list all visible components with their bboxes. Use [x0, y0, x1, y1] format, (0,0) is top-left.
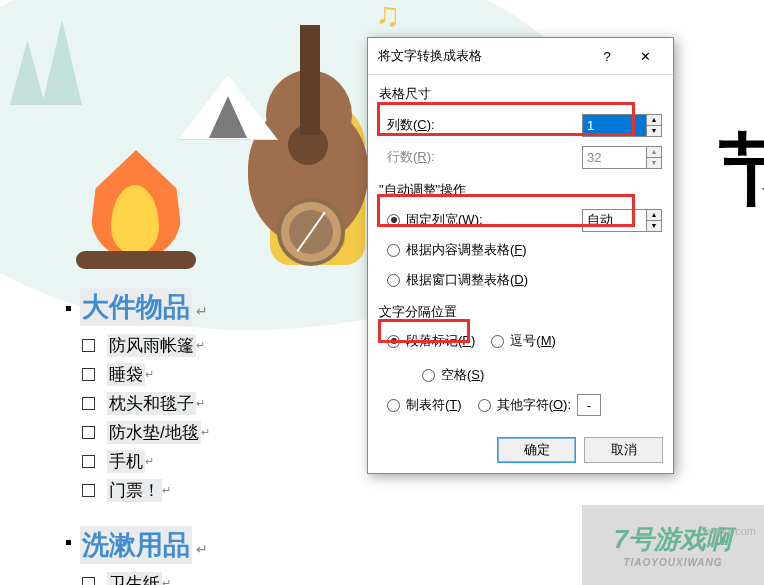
help-button[interactable]: ?: [589, 42, 625, 70]
separator-tab-option[interactable]: 制表符(T): [387, 396, 462, 414]
list-item: 防水垫/地毯↵: [74, 421, 210, 444]
document-content: 大件物品 ↵ 防风雨帐篷↵睡袋↵枕头和毯子↵防水垫/地毯↵手机↵门票！↵ 洗漱用…: [74, 288, 210, 585]
spin-up-icon: ▲: [647, 147, 661, 158]
bullet-icon: [66, 306, 71, 311]
other-radio-label: 其他字符(O):: [497, 396, 571, 414]
watermark-banner: 7号游戏啊 TIAOYOUXIWANG 7xiayx.com: [582, 505, 764, 585]
paragraph-mark-icon: ↵: [196, 541, 208, 557]
item-label: 防风雨帐篷: [107, 334, 196, 357]
comma-radio-label: 逗号(M): [510, 332, 556, 350]
paragraph-mark-icon: ↵: [196, 339, 205, 352]
autofit-window-label: 根据窗口调整表格(D): [406, 271, 528, 289]
separator-paragraph-option[interactable]: 段落标记(P): [387, 332, 475, 350]
fixed-width-spinner[interactable]: ▲ ▼: [582, 209, 662, 232]
space-radio[interactable]: [422, 369, 435, 382]
spin-down-icon: ▼: [647, 158, 661, 168]
list-item: 防风雨帐篷↵: [74, 334, 210, 357]
separator-label: 文字分隔位置: [379, 303, 662, 321]
paragraph-mark-icon: ↵: [201, 426, 210, 439]
paragraph-mark-icon: ↵: [196, 397, 205, 410]
list-item: 卫生纸↵: [74, 572, 210, 585]
separator-other-option[interactable]: 其他字符(O):: [478, 394, 601, 416]
other-radio[interactable]: [478, 399, 491, 412]
other-char-input[interactable]: [577, 394, 601, 416]
dialog-titlebar[interactable]: 将文字转换成表格 ? ✕: [368, 38, 673, 75]
table-size-label: 表格尺寸: [379, 85, 662, 103]
list-item: 门票！↵: [74, 479, 210, 502]
spin-up-icon[interactable]: ▲: [647, 115, 661, 126]
autofit-contents-row[interactable]: 根据内容调整表格(F): [379, 235, 662, 265]
spin-down-icon[interactable]: ▼: [647, 221, 661, 231]
checkbox-icon: [82, 339, 95, 352]
list-item: 手机↵: [74, 450, 210, 473]
rows-label: 行数(R):: [387, 148, 582, 166]
dialog-title: 将文字转换成表格: [378, 47, 482, 65]
checklist-toiletries: 卫生纸↵: [74, 572, 210, 585]
item-label: 卫生纸: [107, 572, 162, 585]
autofit-contents-label: 根据内容调整表格(F): [406, 241, 527, 259]
paragraph-mark-icon: ↵: [145, 455, 154, 468]
autofit-window-row[interactable]: 根据窗口调整表格(D): [379, 265, 662, 295]
item-label: 防水垫/地毯: [107, 421, 201, 444]
separator-space-option[interactable]: 空格(S): [422, 366, 484, 384]
music-notes-icon: ♫: [375, 0, 401, 34]
comma-radio[interactable]: [491, 335, 504, 348]
big-character: 节: [719, 118, 764, 223]
space-radio-label: 空格(S): [441, 366, 484, 384]
compass-illustration: [277, 198, 345, 266]
campfire-illustration: [76, 150, 196, 265]
item-label: 枕头和毯子: [107, 392, 196, 415]
ok-button[interactable]: 确定: [497, 437, 576, 463]
paragraph-mark-icon: ↵: [196, 303, 208, 319]
item-label: 睡袋: [107, 363, 145, 386]
rows-row: 行数(R): ▲ ▼: [379, 141, 662, 173]
paragraph-radio-label: 段落标记(P): [406, 332, 475, 350]
item-label: 门票！: [107, 479, 162, 502]
tab-radio-label: 制表符(T): [406, 396, 462, 414]
spin-down-icon[interactable]: ▼: [647, 126, 661, 136]
checkbox-icon: [82, 577, 95, 585]
close-button[interactable]: ✕: [627, 42, 663, 70]
list-item: 枕头和毯子↵: [74, 392, 210, 415]
bullet-icon: [66, 540, 71, 545]
rows-spinner: ▲ ▼: [582, 146, 662, 169]
fixed-width-radio[interactable]: [387, 214, 400, 227]
convert-text-to-table-dialog: 将文字转换成表格 ? ✕ 表格尺寸 列数(C): ▲ ▼ 行数(R): ▲: [367, 37, 674, 474]
autofit-label: "自动调整"操作: [379, 181, 662, 199]
checkbox-icon: [82, 455, 95, 468]
trees: [0, 10, 80, 120]
watermark-url: 7xiayx.com: [701, 525, 756, 537]
rows-input: [583, 147, 646, 168]
separator-comma-option[interactable]: 逗号(M): [491, 332, 556, 350]
autofit-window-radio[interactable]: [387, 274, 400, 287]
fixed-width-input[interactable]: [583, 210, 646, 231]
checkbox-icon: [82, 484, 95, 497]
paragraph-mark-icon: ↵: [145, 368, 154, 381]
cancel-button[interactable]: 取消: [584, 437, 663, 463]
fixed-width-radio-label[interactable]: 固定列宽(W):: [406, 211, 582, 229]
checkbox-icon: [82, 426, 95, 439]
columns-spinner[interactable]: ▲ ▼: [582, 114, 662, 137]
paragraph-radio[interactable]: [387, 335, 400, 348]
checklist-big-items: 防风雨帐篷↵睡袋↵枕头和毯子↵防水垫/地毯↵手机↵门票！↵: [74, 334, 210, 502]
columns-label: 列数(C):: [387, 116, 582, 134]
checkbox-icon: [82, 397, 95, 410]
autofit-contents-radio[interactable]: [387, 244, 400, 257]
columns-input[interactable]: [583, 115, 646, 136]
tab-radio[interactable]: [387, 399, 400, 412]
paragraph-mark-icon: ↵: [162, 577, 171, 585]
checkbox-icon: [82, 368, 95, 381]
fixed-width-row: 固定列宽(W): ▲ ▼: [379, 205, 662, 235]
paragraph-mark-icon: ↵: [162, 484, 171, 497]
columns-row: 列数(C): ▲ ▼: [379, 109, 662, 141]
heading-toiletries: 洗漱用品: [80, 526, 192, 564]
spin-up-icon[interactable]: ▲: [647, 210, 661, 221]
heading-big-items: 大件物品: [80, 288, 192, 326]
list-item: 睡袋↵: [74, 363, 210, 386]
item-label: 手机: [107, 450, 145, 473]
